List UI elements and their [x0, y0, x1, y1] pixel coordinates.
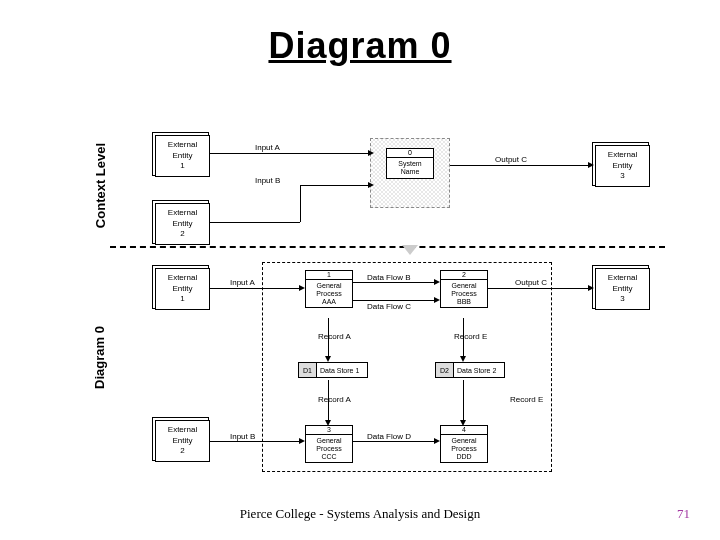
data-store-2: D2 Data Store 2 [435, 362, 505, 378]
label-flow-c: Data Flow C [367, 302, 411, 311]
process-3: 3 General Process CCC [305, 425, 353, 463]
label-record-e-1: Record E [454, 332, 487, 341]
data-store-1: D1 Data Store 1 [298, 362, 368, 378]
entity-3-ctx: External Entity 3 [595, 145, 650, 187]
label-record-a-1: Record A [318, 332, 351, 341]
entity-3-d0: External Entity 3 [595, 268, 650, 310]
down-arrow-icon [402, 245, 418, 255]
footer-text: Pierce College - Systems Analysis and De… [0, 506, 720, 522]
label-context-level: Context Level [93, 143, 108, 228]
entity-2-ctx: External Entity 2 [155, 203, 210, 245]
process-1: 1 General Process AAA [305, 270, 353, 308]
entity-1-ctx: External Entity 1 [155, 135, 210, 177]
separator [110, 246, 665, 248]
page-number: 71 [677, 506, 690, 522]
label-diagram-0: Diagram 0 [92, 326, 107, 389]
label-input-a-ctx: Input A [255, 143, 280, 152]
label-record-a-2: Record A [318, 395, 351, 404]
entity-2-d0: External Entity 2 [155, 420, 210, 462]
label-flow-d: Data Flow D [367, 432, 411, 441]
label-record-e-2: Record E [510, 395, 543, 404]
label-output-c-d0: Output C [515, 278, 547, 287]
process-0: 0 System Name [386, 148, 434, 179]
label-input-a-d0: Input A [230, 278, 255, 287]
label-output-c-ctx: Output C [495, 155, 527, 164]
entity-1-d0: External Entity 1 [155, 268, 210, 310]
label-input-b-ctx: Input B [255, 176, 280, 185]
process-2: 2 General Process BBB [440, 270, 488, 308]
label-input-b-d0: Input B [230, 432, 255, 441]
process-4: 4 General Process DDD [440, 425, 488, 463]
diagram-canvas: Context Level Diagram 0 External Entity … [0, 0, 720, 540]
label-flow-b: Data Flow B [367, 273, 411, 282]
